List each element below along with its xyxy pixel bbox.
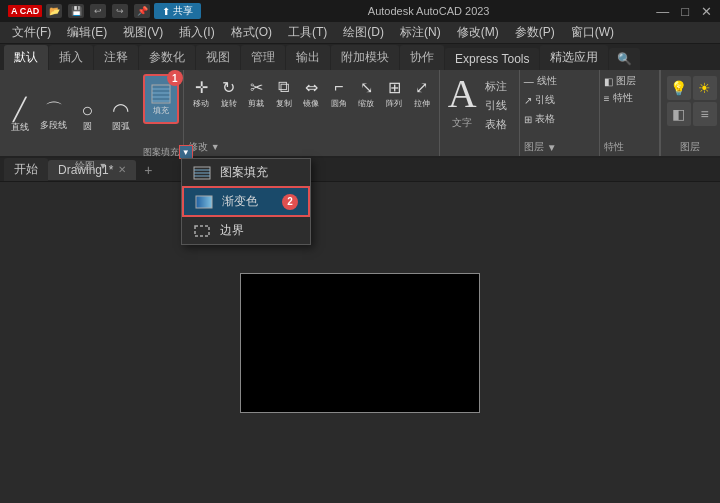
app-title: Autodesk AutoCAD 2023 xyxy=(368,5,490,17)
right-panel: 💡 ☀ ◧ ≡ 图层 xyxy=(660,70,720,156)
svg-rect-0 xyxy=(152,85,170,103)
boundary-label: 边界 xyxy=(220,222,244,239)
dropdown-hatch[interactable]: 图案填充 xyxy=(182,159,310,186)
tab-view[interactable]: 视图 xyxy=(196,45,240,70)
modify-group: ✛ 移动 ↻ 旋转 ✂ 剪裁 ⧉ 复制 ⇔ 镜像 ⌐ 圆角 xyxy=(184,70,440,156)
share-button[interactable]: ⬆共享 xyxy=(154,3,201,19)
arc-tool[interactable]: ◠ 圆弧 xyxy=(105,98,137,135)
svg-rect-10 xyxy=(195,226,209,236)
menu-format[interactable]: 格式(O) xyxy=(223,22,280,43)
tab-express-tools[interactable]: Express Tools xyxy=(445,48,539,70)
menu-edit[interactable]: 编辑(E) xyxy=(59,22,115,43)
maximize-button[interactable]: □ xyxy=(681,4,689,19)
dropdown-gradient[interactable]: 渐变色 2 xyxy=(182,186,310,217)
tab-manage[interactable]: 管理 xyxy=(241,45,285,70)
move-tool[interactable]: ✛ 移动 xyxy=(188,74,215,111)
leader-item[interactable]: ↗引线 xyxy=(524,93,595,107)
hatch-pattern-icon xyxy=(192,165,212,181)
tab-parameterize[interactable]: 参数化 xyxy=(139,45,195,70)
copy-tool[interactable]: ⧉ 复制 xyxy=(270,74,297,111)
properties-group-label: 特性 xyxy=(604,140,655,154)
tab-insert[interactable]: 插入 xyxy=(49,45,93,70)
toolbar-icons: 📂 💾 ↩ ↪ 📌 xyxy=(46,4,150,18)
draw-group-label: 绘图 ▼ xyxy=(4,159,179,173)
window-controls[interactable]: — □ ✕ xyxy=(656,4,712,19)
tab-default[interactable]: 默认 xyxy=(4,45,48,70)
menu-modify[interactable]: 修改(M) xyxy=(449,22,507,43)
pin-icon[interactable]: 📌 xyxy=(134,4,150,18)
close-button[interactable]: ✕ xyxy=(701,4,712,19)
fillet-tool[interactable]: ⌐ 圆角 xyxy=(326,74,353,111)
annotation-tools: 标注 引线 表格 xyxy=(481,78,511,133)
menu-params[interactable]: 参数(P) xyxy=(507,22,563,43)
drawing-canvas xyxy=(240,273,480,413)
circle-tool[interactable]: ○ 圆 xyxy=(71,98,103,135)
menu-insert[interactable]: 插入(I) xyxy=(171,22,222,43)
array-tool[interactable]: ⊞ 阵列 xyxy=(381,74,408,111)
menu-dimension[interactable]: 标注(N) xyxy=(392,22,449,43)
open-icon[interactable]: 📂 xyxy=(46,4,62,18)
menu-tools[interactable]: 工具(T) xyxy=(280,22,335,43)
text-tool[interactable]: A xyxy=(448,74,477,114)
hatch-label: 图案填充 xyxy=(220,164,268,181)
gradient-label: 渐变色 xyxy=(222,193,258,210)
prop-panel-icon[interactable]: ≡ xyxy=(693,102,717,126)
dropdown-menu: 图案填充 渐变色 2 xyxy=(181,158,311,245)
sun-icon[interactable]: ☀ xyxy=(693,76,717,100)
ribbon-tabs: 默认 插入 注释 参数化 视图 管理 输出 附加模块 协作 Express To… xyxy=(0,44,720,70)
boundary-icon xyxy=(192,223,212,239)
tab-search[interactable]: 🔍 xyxy=(609,48,640,70)
linetype-item[interactable]: —线性 xyxy=(524,74,595,88)
menu-bar: 文件(F) 编辑(E) 视图(V) 插入(I) 格式(O) 工具(T) 绘图(D… xyxy=(0,22,720,44)
drawing-area xyxy=(0,182,720,503)
layers-group-label: 图层▼ xyxy=(524,140,595,154)
menu-window[interactable]: 窗口(W) xyxy=(563,22,622,43)
layer-prop-item[interactable]: ◧图层 xyxy=(604,74,655,88)
redo-icon[interactable]: ↪ xyxy=(112,4,128,18)
tab-annotation[interactable]: 注释 xyxy=(94,45,138,70)
layer-panel-icon[interactable]: ◧ xyxy=(667,102,691,126)
step2-badge: 2 xyxy=(282,194,298,210)
hatch-dropdown-arrow[interactable]: ▼ xyxy=(179,145,193,159)
line-tool[interactable]: ╱ 直线 xyxy=(4,97,36,136)
table-item[interactable]: ⊞表格 xyxy=(524,112,595,126)
gradient-icon xyxy=(194,194,214,210)
title-bar: A CAD 📂 💾 ↩ ↪ 📌 ⬆共享 Autodesk AutoCAD 202… xyxy=(0,0,720,22)
ribbon: ╱ 直线 ⌒ 多段线 ○ 圆 ◠ 圆弧 xyxy=(0,70,720,158)
tab-collaborate[interactable]: 协作 xyxy=(400,45,444,70)
properties-group: ◧图层 ≡特性 特性 xyxy=(600,70,660,156)
light-icon[interactable]: 💡 xyxy=(667,76,691,100)
modify-icons-row: ✛ 移动 ↻ 旋转 ✂ 剪裁 ⧉ 复制 ⇔ 镜像 ⌐ 圆角 xyxy=(188,74,435,140)
menu-draw[interactable]: 绘图(D) xyxy=(335,22,392,43)
minimize-button[interactable]: — xyxy=(656,4,669,19)
draw-group: ╱ 直线 ⌒ 多段线 ○ 圆 ◠ 圆弧 xyxy=(0,70,184,156)
cad-logo: A CAD xyxy=(8,5,42,17)
scale-tool[interactable]: ⤡ 缩放 xyxy=(353,74,380,111)
right-panel-label: 图层 xyxy=(665,140,716,154)
polyline-tool[interactable]: ⌒ 多段线 xyxy=(38,99,70,134)
stretch-tool[interactable]: ⤢ 拉伸 xyxy=(408,74,435,111)
trim-tool[interactable]: ✂ 剪裁 xyxy=(243,74,270,111)
step1-badge: 1 xyxy=(167,70,183,86)
draw-icons-row: ╱ 直线 ⌒ 多段线 ○ 圆 ◠ 圆弧 xyxy=(4,74,179,159)
tab-featured[interactable]: 精选应用 xyxy=(540,45,608,70)
tab-addons[interactable]: 附加模块 xyxy=(331,45,399,70)
annotation-group: A 文字 标注 引线 表格 xyxy=(440,70,520,156)
dimension-tool[interactable]: 标注 xyxy=(481,78,511,95)
table-tool[interactable]: 表格 xyxy=(481,116,511,133)
properties-item[interactable]: ≡特性 xyxy=(604,91,655,105)
dropdown-boundary[interactable]: 边界 xyxy=(182,217,310,244)
rotate-tool[interactable]: ↻ 旋转 xyxy=(215,74,242,111)
tab-output[interactable]: 输出 xyxy=(286,45,330,70)
svg-rect-9 xyxy=(196,196,212,208)
menu-view[interactable]: 视图(V) xyxy=(115,22,171,43)
modify-group-label: 修改 ▼ xyxy=(188,140,435,154)
title-bar-left: A CAD 📂 💾 ↩ ↪ 📌 ⬆共享 xyxy=(8,3,201,19)
layers-group: —线性 ↗引线 ⊞表格 图层▼ xyxy=(520,70,600,156)
save-icon[interactable]: 💾 xyxy=(68,4,84,18)
menu-file[interactable]: 文件(F) xyxy=(4,22,59,43)
leader-tool[interactable]: 引线 xyxy=(481,97,511,114)
hatch-button[interactable]: 填充 1 xyxy=(143,74,179,124)
mirror-tool[interactable]: ⇔ 镜像 xyxy=(298,74,325,111)
undo-icon[interactable]: ↩ xyxy=(90,4,106,18)
